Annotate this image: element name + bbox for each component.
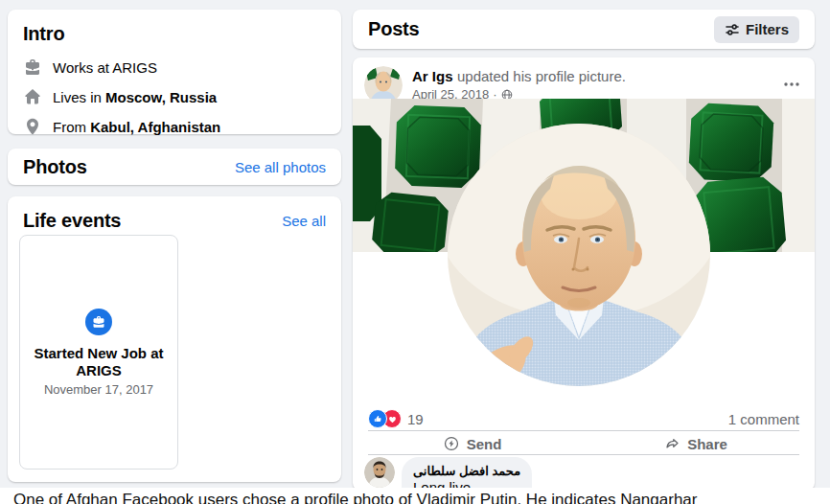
life-events-card: Life events See all Started New Job at A…: [8, 196, 341, 482]
ellipsis-icon: [782, 75, 801, 94]
comment-bubble: محمد افضل سلطانی Long live: [402, 457, 532, 491]
home-icon: [23, 87, 42, 106]
post-byline: Ar Igs updated his profile picture.: [412, 68, 626, 85]
post-header: Ar Igs updated his profile picture. Apri…: [353, 57, 815, 99]
divider: [368, 454, 799, 455]
intro-item-text: Lives in Moscow, Russia: [53, 89, 217, 105]
see-all-photos-link[interactable]: See all photos: [235, 159, 326, 175]
photos-card: Photos See all photos: [8, 149, 341, 185]
post-card: Ar Igs updated his profile picture. Apri…: [353, 57, 815, 491]
life-event-item[interactable]: Started New Job at ARIGS November 17, 20…: [19, 235, 178, 470]
share-button[interactable]: Share: [584, 433, 807, 454]
intro-item-work: Works at ARIGS: [23, 57, 326, 77]
facebook-profile-page: Intro Works at ARIGS Lives in Moscow, Ru…: [0, 0, 830, 504]
intro-item-text: Works at ARIGS: [53, 59, 157, 76]
comment: محمد افضل سلطانی Long live: [364, 457, 532, 491]
send-button[interactable]: Send: [360, 433, 584, 454]
profile-picture-post-image[interactable]: [353, 99, 815, 406]
new-job-badge: [85, 309, 112, 335]
divider: [368, 430, 799, 431]
workplace-link[interactable]: ARIGS: [112, 59, 157, 76]
see-all-life-events-link[interactable]: See all: [282, 213, 326, 229]
post-actions: Send Share: [360, 433, 807, 454]
life-event-date: November 17, 2017: [44, 382, 153, 397]
briefcase-icon: [91, 314, 106, 330]
hometown-link[interactable]: Kabul, Afghanistan: [90, 119, 220, 135]
intro-item-text: From Kabul, Afghanistan: [53, 119, 220, 135]
commenter-avatar[interactable]: [364, 457, 395, 488]
filters-button[interactable]: Filters: [714, 16, 799, 43]
life-events-title: Life events: [23, 210, 121, 232]
posts-title: Posts: [368, 18, 419, 40]
intro-title: Intro: [23, 23, 326, 45]
sliders-icon: [725, 22, 740, 37]
messenger-send-icon: [443, 435, 460, 452]
life-event-title: Started New Job at ARIGS: [20, 345, 177, 379]
comment-count[interactable]: 1 comment: [728, 411, 799, 427]
post-author-name[interactable]: Ar Igs: [412, 68, 453, 84]
city-link[interactable]: Moscow, Russia: [105, 89, 217, 105]
share-arrow-icon: [663, 435, 680, 452]
post-action-text: updated his profile picture.: [457, 68, 626, 84]
posts-header-card: Posts Filters: [353, 10, 815, 49]
intro-item-lives: Lives in Moscow, Russia: [23, 87, 326, 106]
like-reaction-icon: [368, 409, 387, 428]
reaction-icons[interactable]: [368, 409, 402, 428]
article-caption: One of Afghan Facebook users chose a pro…: [13, 491, 818, 504]
location-pin-icon: [23, 117, 42, 136]
briefcase-icon: [23, 57, 42, 77]
intro-item-from: From Kabul, Afghanistan: [23, 117, 326, 136]
reaction-count[interactable]: 19: [407, 411, 424, 427]
post-options-button[interactable]: [780, 73, 803, 96]
intro-card: Intro Works at ARIGS Lives in Moscow, Ru…: [8, 10, 341, 134]
comment-author-name[interactable]: محمد افضل سلطانی: [413, 464, 520, 478]
reactions-bar: 19 1 comment: [353, 408, 815, 429]
photos-title: Photos: [23, 156, 87, 178]
